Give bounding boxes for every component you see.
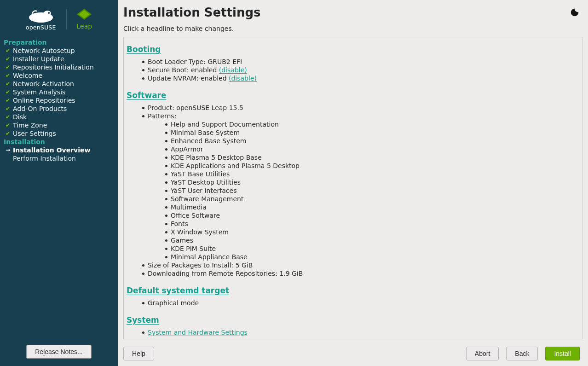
software-pattern-item: Office Software	[166, 211, 576, 220]
leap-brand-text: Leap	[77, 23, 92, 30]
sidebar: openSUSE Leap Preparation✔Network Autose…	[0, 0, 118, 366]
abort-button[interactable]: Abort	[466, 347, 499, 360]
arrow-right-icon: →	[6, 146, 11, 154]
nav-item-label: Disk	[13, 113, 27, 121]
nav-item-label: Perform Installation	[13, 154, 76, 163]
check-icon: ✔	[6, 113, 11, 121]
nav-item-label: Time Zone	[13, 121, 47, 129]
software-pattern-item: YaST Base Utilities	[166, 170, 576, 178]
section-heading-software[interactable]: Software	[127, 91, 167, 100]
check-icon: ✔	[6, 121, 11, 129]
nav-item-label: Installation Overview	[13, 146, 90, 154]
software-pattern-item: Games	[166, 236, 576, 244]
svg-point-2	[48, 12, 50, 14]
nav-item-welcome: ✔Welcome	[4, 71, 116, 80]
booting-bootloader-type: Boot Loader Type: GRUB2 EFI	[143, 58, 576, 66]
nav-item-add-on-products: ✔Add-On Products	[4, 105, 116, 113]
software-product: Product: openSUSE Leap 15.5	[143, 104, 576, 112]
update-nvram-disable-link[interactable]: (disable)	[229, 75, 257, 82]
system-hardware-link-item: System and Hardware Settings	[143, 328, 576, 337]
section-heading-systemd-target[interactable]: Default systemd target	[127, 286, 229, 295]
help-button[interactable]: Help	[123, 347, 154, 360]
nav-item-installer-update: ✔Installer Update	[4, 55, 116, 63]
spacer-icon	[6, 154, 11, 163]
software-pattern-item: Minimal Base System	[166, 128, 576, 137]
svg-marker-4	[79, 10, 90, 18]
software-pattern-item: KDE Plasma 5 Desktop Base	[166, 153, 576, 162]
section-heading-system[interactable]: System	[127, 315, 159, 325]
nav-item-user-settings: ✔User Settings	[4, 129, 116, 138]
page-title: Installation Settings	[123, 6, 261, 19]
check-icon: ✔	[6, 88, 11, 96]
booting-secure-boot: Secure Boot: enabled (disable)	[143, 66, 576, 74]
software-pattern-item: Software Management	[166, 195, 576, 203]
nav-item-label: Online Repositories	[13, 96, 75, 105]
software-pattern-item: Multimedia	[166, 203, 576, 211]
nav-item-label: Repositories Initialization	[13, 63, 94, 71]
main-panel: Installation Settings Click a headline t…	[118, 0, 588, 366]
release-notes-button[interactable]: Release Notes...	[26, 345, 92, 359]
nav-item-label: Installer Update	[13, 55, 64, 63]
nav-steps: Preparation✔Network Autosetup✔Installer …	[0, 35, 118, 338]
nav-item-network-activation: ✔Network Activation	[4, 80, 116, 88]
nav-item-label: System Analysis	[13, 88, 65, 96]
software-pattern-item: KDE PIM Suite	[166, 244, 576, 253]
back-button[interactable]: Back	[506, 347, 538, 360]
software-patterns-list: Help and Support DocumentationMinimal Ba…	[148, 120, 576, 261]
system-hardware-settings-link[interactable]: System and Hardware Settings	[148, 329, 248, 336]
leap-logo: Leap	[77, 9, 92, 30]
check-icon: ✔	[6, 71, 11, 80]
check-icon: ✔	[6, 55, 11, 63]
opensuse-brand-text: openSUSE	[26, 24, 56, 31]
nav-item-label: Network Autosetup	[13, 46, 75, 55]
settings-content[interactable]: Booting Boot Loader Type: GRUB2 EFI Secu…	[123, 37, 582, 339]
check-icon: ✔	[6, 129, 11, 138]
logo-divider	[66, 9, 67, 29]
nav-item-network-autosetup: ✔Network Autosetup	[4, 46, 116, 55]
systemd-target-mode: Graphical mode	[143, 299, 576, 307]
nav-section-preparation: Preparation	[4, 38, 116, 46]
nav-item-label: Add-On Products	[13, 105, 67, 113]
nav-item-online-repositories: ✔Online Repositories	[4, 96, 116, 105]
nav-section-installation: Installation	[4, 138, 116, 146]
software-pattern-item: Fonts	[166, 220, 576, 228]
nav-item-system-analysis: ✔System Analysis	[4, 88, 116, 96]
software-pattern-item: YaST User Interfaces	[166, 186, 576, 195]
software-pattern-item: Help and Support Documentation	[166, 120, 576, 128]
secure-boot-disable-link[interactable]: (disable)	[219, 66, 247, 74]
software-pattern-item: YaST Desktop Utilities	[166, 178, 576, 186]
software-pattern-item: KDE Applications and Plasma 5 Desktop	[166, 162, 576, 170]
svg-point-1	[44, 11, 51, 16]
software-pattern-item: X Window System	[166, 228, 576, 236]
nav-item-disk: ✔Disk	[4, 113, 116, 121]
install-button[interactable]: Install	[545, 347, 580, 360]
check-icon: ✔	[6, 46, 11, 55]
check-icon: ✔	[6, 105, 11, 113]
opensuse-logo: openSUSE	[26, 7, 56, 31]
nav-item-label: User Settings	[13, 129, 56, 138]
nav-item-perform-installation: Perform Installation	[4, 154, 116, 163]
section-heading-booting[interactable]: Booting	[127, 45, 161, 54]
theme-toggle-icon[interactable]	[570, 7, 580, 17]
software-pattern-item: AppArmor	[166, 145, 576, 153]
nav-item-repositories-initialization: ✔Repositories Initialization	[4, 63, 116, 71]
page-subtitle: Click a headline to make changes.	[118, 19, 588, 37]
check-icon: ✔	[6, 80, 11, 88]
check-icon: ✔	[6, 63, 11, 71]
nav-item-label: Welcome	[13, 71, 42, 80]
software-size: Size of Packages to Install: 5 GiB	[143, 261, 576, 269]
nav-item-time-zone: ✔Time Zone	[4, 121, 116, 129]
software-patterns-label: Patterns: Help and Support Documentation…	[143, 112, 576, 261]
software-pattern-item: Minimal Appliance Base	[166, 253, 576, 261]
booting-update-nvram: Update NVRAM: enabled (disable)	[143, 74, 576, 82]
logo-area: openSUSE Leap	[0, 0, 118, 35]
nav-item-label: Network Activation	[13, 80, 74, 88]
check-icon: ✔	[6, 96, 11, 105]
footer: Help Abort Back Install	[118, 344, 588, 366]
nav-item-installation-overview: →Installation Overview	[4, 146, 116, 154]
software-download: Downloading from Remote Repositories: 1.…	[143, 269, 576, 278]
software-pattern-item: Enhanced Base System	[166, 137, 576, 145]
